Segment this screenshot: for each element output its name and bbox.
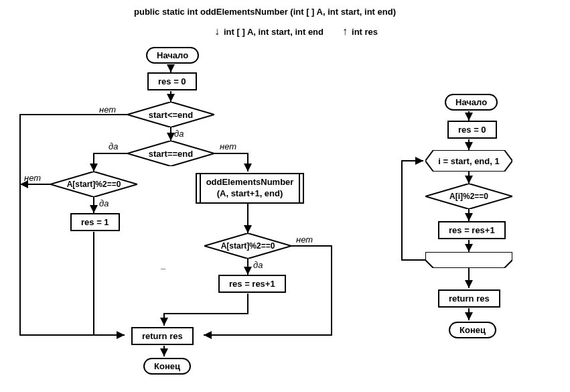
left-cond2-yes-label: да	[109, 141, 118, 151]
left-call-node: oddElementsNumber (A, start+1, end)	[196, 173, 304, 204]
left-underscore: _	[161, 260, 165, 270]
left-set1-node: res = 1	[70, 213, 120, 231]
right-return-node: return res	[438, 289, 500, 308]
left-cond3-text: A[start]%2==0	[67, 180, 121, 189]
left-cond1-node: start<=end	[127, 102, 214, 127]
right-cond-text: A[i]%2==0	[449, 192, 488, 201]
svg-marker-22	[425, 252, 512, 268]
right-start-node: Начало	[445, 94, 498, 111]
left-cond4-text: A[start]%2==0	[221, 241, 275, 251]
right-end-node: Конец	[449, 322, 496, 338]
left-cond4-node: A[start]%2==0	[204, 233, 291, 259]
left-cond3-node: A[start]%2==0	[50, 172, 137, 197]
left-cond2-no-label: нет	[220, 141, 236, 151]
right-loop-text: i = start, end, 1	[438, 156, 499, 166]
left-end-node: Конец	[143, 358, 191, 375]
output-label: int res	[352, 27, 378, 37]
right-loop-footer	[425, 252, 512, 268]
left-cond2-node: start==end	[127, 141, 214, 166]
io-labels: int [ ] A, int start, int end int res	[214, 25, 378, 38]
output-arrow-icon	[342, 25, 349, 38]
left-return-node: return res	[131, 327, 194, 345]
right-inc-node: res = res+1	[438, 221, 506, 239]
right-cond-node: A[i]%2==0	[425, 184, 512, 209]
left-init-node: res = 0	[147, 72, 197, 90]
left-cond2-text: start==end	[149, 149, 193, 159]
left-cond3-yes-label: да	[99, 198, 109, 208]
input-label: int [ ] A, int start, int end	[224, 27, 324, 37]
left-inc-node: res = res+1	[218, 275, 286, 293]
left-cond1-yes-label: да	[174, 129, 184, 139]
left-cond4-no-label: нет	[296, 235, 313, 245]
left-cond3-no-label: нет	[24, 173, 41, 183]
left-cond1-text: start<=end	[149, 110, 193, 120]
right-loop-header: i = start, end, 1	[425, 150, 512, 172]
right-init-node: res = 0	[447, 121, 497, 139]
left-cond4-yes-label: да	[253, 260, 263, 270]
input-arrow-icon	[214, 25, 221, 38]
left-start-node: Начало	[146, 47, 199, 64]
left-cond1-no-label: нет	[99, 105, 116, 115]
function-signature: public static int oddElementsNumber (int…	[134, 7, 396, 17]
